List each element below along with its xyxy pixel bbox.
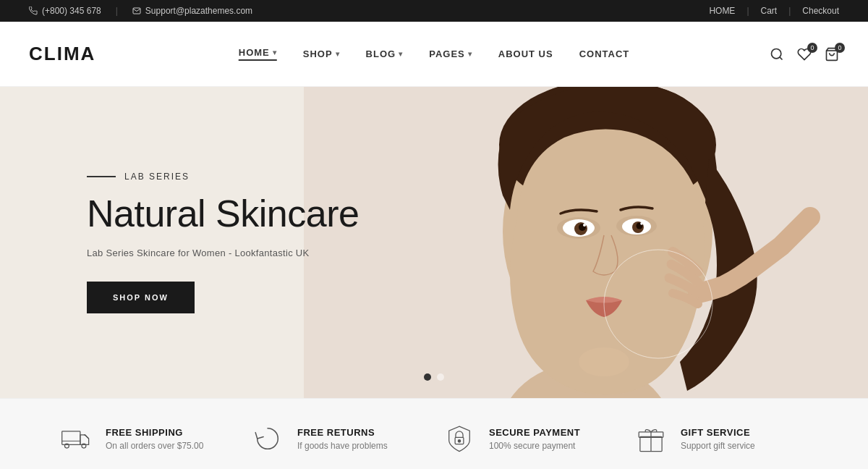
shipping-icon [58, 421, 94, 457]
feature-returns-title: FREE RETURNS [297, 427, 388, 438]
pages-caret: ▾ [468, 50, 472, 58]
feature-shipping-desc: On all orders over $75.00 [106, 441, 203, 451]
top-bar-phone: (+800) 345 678 [29, 6, 101, 16]
returns-icon [250, 421, 286, 457]
svg-rect-19 [62, 431, 80, 444]
wishlist-link[interactable]: HOME [709, 6, 735, 16]
wishlist-badge: 0 [807, 43, 817, 53]
feature-gift-title: GIFT SERVICE [681, 427, 755, 438]
hero-section: LAB SERIES Natural Skincare Lab Series S… [0, 87, 868, 398]
nav-about[interactable]: ABOUT US [498, 48, 553, 59]
cart-button[interactable]: 0 [825, 47, 839, 62]
feature-returns: FREE RETURNS If goods have problems [250, 421, 427, 457]
top-bar-email-item: Support@plazathemes.com [132, 6, 252, 16]
top-bar-contact: (+800) 345 678 | Support@plazathemes.com [29, 6, 252, 16]
shop-caret: ▾ [336, 50, 340, 58]
checkout-link[interactable]: Checkout [802, 6, 839, 16]
top-bar-divider: | [116, 6, 118, 16]
svg-point-0 [772, 48, 781, 58]
nav-pages[interactable]: PAGES ▾ [429, 48, 472, 59]
phone-number: (+800) 345 678 [42, 6, 101, 16]
hero-dots [424, 373, 444, 381]
feature-shipping: FREE SHIPPING On all orders over $75.00 [58, 421, 235, 457]
email-icon [132, 7, 141, 15]
blog-caret: ▾ [399, 50, 403, 58]
feature-payment: SECURE PAYMENT 100% secure payment [441, 421, 618, 457]
home-caret: ▾ [273, 48, 277, 56]
feature-payment-desc: 100% secure payment [489, 441, 580, 451]
top-bar-links: HOME | Cart | Checkout [709, 6, 839, 16]
hero-title: Natural Skincare [87, 193, 434, 234]
feature-returns-desc: If goods have problems [297, 441, 388, 451]
nav-contact[interactable]: CONTACT [579, 48, 630, 59]
cart-link[interactable]: Cart [761, 6, 778, 16]
gift-icon [633, 421, 669, 457]
payment-icon [441, 421, 477, 457]
hero-tag-text: LAB SERIES [124, 172, 190, 182]
feature-gift-text: GIFT SERVICE Support gift service [681, 427, 755, 451]
hero-tag: LAB SERIES [87, 172, 434, 182]
phone-icon [29, 7, 38, 15]
nav-blog[interactable]: BLOG ▾ [366, 48, 404, 59]
feature-payment-title: SECURE PAYMENT [489, 427, 580, 438]
feature-gift: GIFT SERVICE Support gift service [633, 421, 810, 457]
header: CLIMA HOME ▾ SHOP ▾ BLOG ▾ PAGES ▾ ABOUT… [0, 22, 868, 87]
hero-dot-1[interactable] [424, 373, 431, 381]
features-bar: FREE SHIPPING On all orders over $75.00 … [0, 398, 868, 469]
cart-badge: 0 [835, 43, 845, 53]
feature-shipping-text: FREE SHIPPING On all orders over $75.00 [106, 427, 203, 451]
shop-now-button[interactable]: SHOP NOW [87, 282, 195, 313]
nav-home[interactable]: HOME ▾ [239, 47, 277, 61]
feature-gift-desc: Support gift service [681, 441, 755, 451]
search-button[interactable] [770, 47, 784, 62]
nav-shop[interactable]: SHOP ▾ [303, 48, 340, 59]
wishlist-button[interactable]: 0 [797, 47, 812, 62]
svg-line-1 [780, 56, 783, 59]
header-icons: 0 0 [770, 47, 839, 62]
svg-point-15 [583, 224, 586, 227]
svg-point-16 [640, 222, 643, 225]
feature-payment-text: SECURE PAYMENT 100% secure payment [489, 427, 580, 451]
main-nav: HOME ▾ SHOP ▾ BLOG ▾ PAGES ▾ ABOUT US CO… [239, 47, 629, 61]
feature-shipping-title: FREE SHIPPING [106, 427, 203, 438]
email-address: Support@plazathemes.com [145, 6, 252, 16]
hero-content: LAB SERIES Natural Skincare Lab Series S… [0, 172, 434, 313]
logo[interactable]: CLIMA [29, 43, 95, 65]
hero-dot-2[interactable] [437, 373, 444, 381]
hero-tag-line [87, 176, 116, 177]
feature-returns-text: FREE RETURNS If goods have problems [297, 427, 388, 451]
top-bar: (+800) 345 678 | Support@plazathemes.com… [0, 0, 868, 22]
svg-point-24 [458, 440, 460, 442]
svg-point-17 [579, 347, 629, 376]
hero-subtitle: Lab Series Skincare for Women - Lookfant… [87, 248, 434, 258]
search-icon [770, 47, 784, 62]
